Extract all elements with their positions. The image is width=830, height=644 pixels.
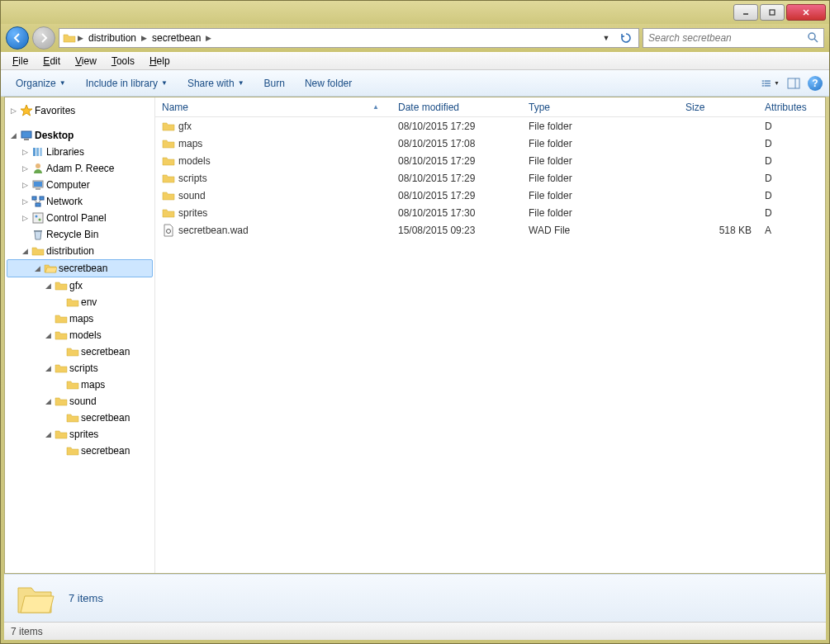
folder-icon xyxy=(66,296,79,309)
file-row[interactable]: secretbean.wad15/08/2015 09:23WAD File51… xyxy=(155,221,825,239)
tree-user[interactable]: ▷ Adam P. Reece xyxy=(7,160,153,177)
expand-toggle[interactable]: ◢ xyxy=(43,429,53,439)
tree-scripts[interactable]: ◢ scripts xyxy=(7,360,153,376)
view-mode-button[interactable]: ▼ xyxy=(761,74,780,92)
tree-favorites[interactable]: ▷ Favorites xyxy=(7,102,153,119)
svg-rect-21 xyxy=(34,182,42,187)
search-icon[interactable] xyxy=(807,31,818,45)
new-folder-button[interactable]: New folder xyxy=(296,74,360,92)
svg-point-30 xyxy=(39,219,41,221)
file-attr: D xyxy=(758,119,816,134)
expand-toggle[interactable]: ◢ xyxy=(43,363,53,373)
close-button[interactable] xyxy=(786,4,826,21)
maximize-button[interactable] xyxy=(760,4,785,21)
tree-label: Adam P. Reece xyxy=(46,163,115,174)
libraries-icon xyxy=(31,145,45,159)
file-size xyxy=(679,194,758,197)
column-label: Attributes xyxy=(765,102,807,113)
tree-sound-secretbean[interactable]: secretbean xyxy=(7,410,153,426)
menu-file[interactable]: File xyxy=(6,54,35,69)
expand-toggle[interactable]: ▷ xyxy=(8,106,18,116)
tree-desktop[interactable]: ◢ Desktop xyxy=(7,127,153,144)
column-attributes[interactable]: Attributes xyxy=(758,97,816,116)
column-label: Date modified xyxy=(398,102,459,113)
tree-scripts-maps[interactable]: maps xyxy=(7,376,153,393)
expand-toggle[interactable]: ◢ xyxy=(43,396,53,406)
svg-line-27 xyxy=(38,200,41,203)
preview-pane-button[interactable] xyxy=(785,74,803,92)
tree-controlpanel[interactable]: ▷ Control Panel xyxy=(7,210,153,226)
tree-label: maps xyxy=(81,379,105,391)
expand-toggle[interactable]: ◢ xyxy=(20,246,30,256)
file-row[interactable]: sound08/10/2015 17:29File folderD xyxy=(155,187,825,204)
expand-toggle[interactable]: ◢ xyxy=(8,130,18,140)
chevron-right-icon[interactable]: ▶ xyxy=(76,34,85,42)
breadcrumb-segment[interactable]: secretbean xyxy=(149,29,204,47)
file-name: scripts xyxy=(178,173,207,184)
tree-sprites-secretbean[interactable]: secretbean xyxy=(7,443,153,459)
refresh-button[interactable] xyxy=(617,29,635,47)
tree-libraries[interactable]: ▷ Libraries xyxy=(7,144,153,160)
expand-toggle[interactable]: ◢ xyxy=(43,281,53,291)
tree-secretbean[interactable]: ◢ secretbean xyxy=(7,259,153,277)
column-label: Size xyxy=(685,102,704,113)
address-dropdown-button[interactable]: ▼ xyxy=(597,29,615,47)
expand-toggle[interactable]: ▷ xyxy=(20,197,30,206)
tree-sprites[interactable]: ◢ sprites xyxy=(7,426,153,443)
menu-edit[interactable]: Edit xyxy=(36,54,67,69)
forward-button[interactable] xyxy=(32,26,55,50)
expand-toggle[interactable]: ▷ xyxy=(20,147,30,157)
file-row[interactable]: models08/10/2015 17:29File folderD xyxy=(155,152,825,169)
file-row[interactable]: gfx08/10/2015 17:29File folderD xyxy=(155,117,825,135)
include-label: Include in library xyxy=(86,78,158,89)
tree-computer[interactable]: ▷ Computer xyxy=(7,177,153,193)
column-size[interactable]: Size xyxy=(679,97,758,116)
tree-distribution[interactable]: ◢ distribution xyxy=(7,243,153,259)
tree-recyclebin[interactable]: Recycle Bin xyxy=(7,226,153,243)
menu-help[interactable]: Help xyxy=(143,54,177,69)
expand-toggle[interactable]: ◢ xyxy=(43,330,53,340)
menu-view[interactable]: View xyxy=(69,54,103,69)
back-button[interactable] xyxy=(6,26,29,50)
folder-icon xyxy=(66,378,79,391)
help-button[interactable]: ? xyxy=(808,76,823,91)
folder-icon xyxy=(55,428,68,441)
expand-spacer xyxy=(55,446,64,456)
file-row[interactable]: scripts08/10/2015 17:29File folderD xyxy=(155,169,825,187)
tree-models-secretbean[interactable]: secretbean xyxy=(7,343,153,360)
include-library-button[interactable]: Include in library▼ xyxy=(78,74,176,92)
menu-tools[interactable]: Tools xyxy=(105,54,141,69)
search-box[interactable] xyxy=(643,28,824,48)
expand-toggle[interactable]: ▷ xyxy=(20,213,30,223)
tree-network[interactable]: ▷ Network xyxy=(7,193,153,210)
search-input[interactable] xyxy=(648,32,807,44)
svg-rect-7 xyxy=(765,80,771,81)
file-date: 08/10/2015 17:29 xyxy=(391,188,522,203)
burn-button[interactable]: Burn xyxy=(256,74,293,92)
minimize-button[interactable] xyxy=(733,4,758,21)
computer-icon xyxy=(31,178,45,192)
file-attr: A xyxy=(758,223,816,238)
expand-toggle[interactable]: ▷ xyxy=(20,180,30,190)
chevron-right-icon[interactable]: ▶ xyxy=(204,34,213,42)
share-with-button[interactable]: Share with▼ xyxy=(179,74,253,92)
breadcrumb-segment[interactable]: distribution xyxy=(85,29,140,47)
column-date[interactable]: Date modified xyxy=(391,97,522,116)
expand-spacer xyxy=(55,297,64,307)
expand-toggle[interactable]: ◢ xyxy=(32,263,42,273)
address-bar[interactable]: ▶ distribution ▶ secretbean ▶ ▼ xyxy=(59,28,639,48)
file-row[interactable]: sprites08/10/2015 17:30File folderD xyxy=(155,204,825,221)
column-name[interactable]: Name▲ xyxy=(155,97,391,116)
tree-gfx[interactable]: ◢ gfx xyxy=(7,277,153,294)
column-type[interactable]: Type xyxy=(522,97,679,116)
organize-button[interactable]: Organize▼ xyxy=(7,74,74,92)
tree-models[interactable]: ◢ models xyxy=(7,327,153,343)
svg-line-26 xyxy=(34,200,38,203)
chevron-right-icon[interactable]: ▶ xyxy=(140,34,149,42)
tree-sound[interactable]: ◢ sound xyxy=(7,393,153,410)
expand-spacer xyxy=(55,413,64,423)
expand-toggle[interactable]: ▷ xyxy=(20,163,30,173)
tree-maps[interactable]: maps xyxy=(7,310,153,327)
tree-env[interactable]: env xyxy=(7,294,153,310)
file-row[interactable]: maps08/10/2015 17:08File folderD xyxy=(155,135,825,152)
